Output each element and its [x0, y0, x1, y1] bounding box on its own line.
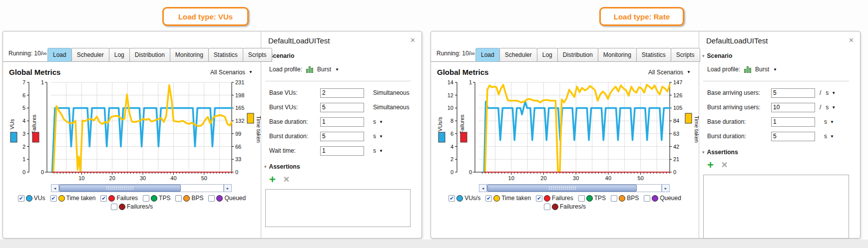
- scroll-left-button[interactable]: ◄: [51, 184, 59, 192]
- burst-duration-input[interactable]: [771, 132, 815, 141]
- failures-per-s-color-icon: [119, 204, 125, 210]
- failures-checkbox[interactable]: ✔: [536, 195, 542, 202]
- desktop-background-strip: [0, 240, 868, 248]
- unit-dropdown-icon[interactable]: ▼: [379, 149, 383, 153]
- assertions-list[interactable]: [265, 189, 411, 227]
- tab-statistics[interactable]: Statistics: [636, 48, 671, 62]
- scenario-section-header[interactable]: ▾ Scenario: [702, 52, 860, 59]
- tab-scheduler[interactable]: Scheduler: [499, 48, 537, 62]
- load-profile-dropdown[interactable]: Burst: [317, 66, 331, 73]
- tab-monitoring[interactable]: Monitoring: [598, 48, 637, 62]
- tps-checkbox[interactable]: [143, 195, 149, 202]
- svg-text:21: 21: [673, 156, 679, 162]
- unit-dropdown-icon[interactable]: ▼: [379, 120, 383, 124]
- base-duration-input[interactable]: [771, 117, 815, 127]
- legend-label: TPS: [159, 195, 170, 202]
- scrollbar-grip-icon: [548, 186, 576, 191]
- svg-text:VUs: VUs: [9, 119, 15, 129]
- remove-assertion-button[interactable]: ✕: [721, 160, 728, 170]
- burst-vus-input[interactable]: [320, 103, 364, 112]
- failures-checkbox[interactable]: ✔: [100, 195, 107, 202]
- assertions-list[interactable]: [703, 175, 849, 239]
- assertions-section-header[interactable]: ▾ Assertions: [702, 149, 860, 156]
- add-assertion-button[interactable]: +: [707, 161, 714, 169]
- unit-dropdown-icon[interactable]: ▼: [830, 120, 834, 124]
- tab-load[interactable]: Load: [475, 48, 500, 62]
- wait-time-label: Wait time:: [269, 147, 320, 154]
- unit-dropdown-icon[interactable]: ▼: [379, 134, 383, 139]
- time-taken-checkbox[interactable]: ✔: [485, 195, 492, 202]
- time-taken-color-icon: [493, 195, 500, 202]
- unit-dropdown-icon[interactable]: ▼: [830, 134, 834, 139]
- queued-checkbox[interactable]: [208, 195, 215, 202]
- scenario-section-header[interactable]: ▾ Scenario: [264, 52, 422, 59]
- svg-text:10: 10: [508, 175, 514, 181]
- svg-text:0: 0: [22, 169, 25, 175]
- base-duration-input[interactable]: [320, 117, 364, 127]
- time-taken-checkbox[interactable]: ✔: [50, 195, 57, 202]
- tab-log[interactable]: Log: [537, 48, 558, 62]
- all-scenarios-dropdown[interactable]: All Scenarios ▼: [210, 69, 253, 76]
- base-arriving-users-label: Base arriving users:: [707, 89, 771, 96]
- bps-checkbox[interactable]: [611, 195, 617, 202]
- queued-color-icon: [216, 195, 223, 202]
- scrollbar-thumb[interactable]: [59, 185, 181, 192]
- burst-arriving-users-input[interactable]: [771, 103, 815, 112]
- tab-scripts[interactable]: Scripts: [671, 48, 700, 62]
- slash-separator: /: [820, 89, 821, 96]
- failures-per-s-checkbox[interactable]: [544, 204, 550, 210]
- close-icon[interactable]: ✕: [410, 36, 416, 44]
- scrollbar-track[interactable]: [59, 184, 224, 192]
- tab-distribution[interactable]: Distribution: [129, 48, 170, 62]
- failures-per-s-checkbox[interactable]: [111, 204, 117, 210]
- field-row: Base duration: s ▼: [269, 117, 422, 127]
- tab-distribution[interactable]: Distribution: [557, 48, 598, 62]
- unit-dropdown-icon[interactable]: ▼: [832, 91, 836, 95]
- vus-color-icon: [26, 195, 32, 202]
- add-assertion-button[interactable]: +: [269, 176, 276, 184]
- svg-text:40: 40: [170, 175, 176, 181]
- running-status: Running: 10/∞: [436, 50, 475, 57]
- tps-checkbox[interactable]: [578, 195, 585, 202]
- vus-per-s-checkbox[interactable]: ✔: [448, 195, 455, 202]
- bps-checkbox[interactable]: [175, 195, 182, 202]
- divider: [703, 81, 849, 81]
- loadui-window-vus: Running: 10/∞ Load Scheduler Log Distrib…: [2, 31, 422, 239]
- base-vus-input[interactable]: [320, 88, 364, 98]
- tab-scheduler[interactable]: Scheduler: [71, 48, 109, 62]
- scroll-left-button[interactable]: ◄: [479, 184, 487, 192]
- close-icon[interactable]: ✕: [849, 36, 854, 44]
- wait-time-input[interactable]: [320, 146, 364, 156]
- tab-load[interactable]: Load: [47, 48, 72, 62]
- remove-assertion-button[interactable]: ✕: [283, 175, 290, 184]
- chevron-down-icon[interactable]: ▼: [773, 67, 777, 72]
- chevron-down-icon[interactable]: ▼: [335, 67, 339, 72]
- legend-item-queued: Queued: [644, 195, 681, 202]
- scrollbar-thumb[interactable]: [487, 185, 637, 192]
- tab-statistics[interactable]: Statistics: [208, 48, 243, 62]
- svg-text:147: 147: [673, 79, 682, 85]
- queued-checkbox[interactable]: [644, 195, 650, 202]
- base-arriving-users-input[interactable]: [771, 88, 815, 98]
- load-profile-dropdown[interactable]: Burst: [755, 66, 769, 73]
- scrollbar-track[interactable]: [487, 184, 662, 192]
- svg-text:Failures: Failures: [459, 114, 465, 134]
- tab-monitoring[interactable]: Monitoring: [170, 48, 209, 62]
- tab-bar: Running: 10/∞ Load Scheduler Log Distrib…: [3, 31, 261, 62]
- scroll-right-button[interactable]: ►: [224, 184, 232, 192]
- tab-scripts[interactable]: Scripts: [243, 48, 272, 62]
- burst-duration-input[interactable]: [320, 132, 364, 141]
- chart-scrollbar[interactable]: ◄ ►: [51, 184, 232, 192]
- chart-scrollbar[interactable]: ◄ ►: [479, 184, 670, 192]
- svg-text:165: 165: [235, 105, 244, 111]
- scroll-right-button[interactable]: ►: [662, 184, 670, 192]
- unit-dropdown-icon[interactable]: ▼: [832, 105, 836, 110]
- svg-text:231: 231: [235, 79, 244, 85]
- vus-checkbox[interactable]: ✔: [18, 195, 24, 202]
- assertions-section-header[interactable]: ▾ Assertions: [264, 163, 422, 170]
- svg-text:2: 2: [450, 156, 453, 162]
- all-scenarios-dropdown[interactable]: All Scenarios ▼: [648, 69, 691, 76]
- tab-log[interactable]: Log: [109, 48, 130, 62]
- svg-text:5: 5: [22, 105, 25, 111]
- svg-text:2: 2: [22, 144, 25, 150]
